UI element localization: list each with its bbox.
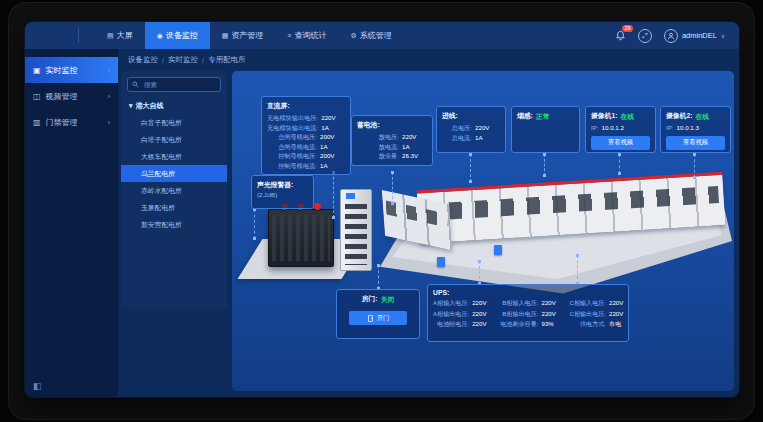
open-door-label: 开门 — [377, 314, 390, 323]
breadcrumb-item[interactable]: 设备监控 — [128, 55, 158, 65]
nav-item-device-monitor[interactable]: ◉ 设备监控 — [145, 22, 210, 49]
breadcrumb-item[interactable]: 专用配电所 — [208, 55, 246, 65]
top-navbar: ▤ 大屏 ◉ 设备监控 ▦ 资产管理 ≡ 查询统计 ⚙ 系统管理 — [25, 22, 739, 49]
notifications-button[interactable]: 29 — [615, 30, 626, 41]
nav-item-assets[interactable]: ▦ 资产管理 — [210, 22, 276, 49]
field-label: A相输入电压: — [433, 298, 469, 308]
sidebar-item-video-management[interactable]: ◫ 视频管理 › — [25, 83, 118, 109]
tree-item-selected[interactable]: 乌兰配电所 — [121, 165, 227, 182]
field-label: 充电模块输出电压: — [267, 113, 318, 123]
video-icon: ◫ — [33, 92, 41, 101]
nav-item-system[interactable]: ⚙ 系统管理 — [338, 22, 403, 49]
field-value: 220V — [402, 132, 427, 142]
field-label: A相输出电压: — [433, 309, 469, 319]
field-value: 220V — [472, 319, 494, 329]
field-value: 220V — [542, 309, 564, 319]
chevron-right-icon: › — [108, 93, 110, 100]
tree-item[interactable]: 玉泉配电所 — [121, 199, 227, 216]
panel-title: 摄像机1: — [591, 111, 617, 121]
camera1-ip: 10.0.1.2 — [602, 123, 624, 133]
room-floor-surface — [392, 183, 722, 283]
field-value: 1A — [475, 133, 500, 143]
nav-divider — [78, 28, 79, 43]
tree-item[interactable]: 白音子配电所 — [121, 114, 227, 131]
dc-screen-panel: 直流屏: 充电模块输出电压:220V 充电模块输出电流:1A 合闸母线电压:20… — [261, 96, 351, 175]
user-menu[interactable]: adminDEL ∨ — [664, 29, 725, 43]
field-value: 220V — [609, 298, 631, 308]
battery-panel: 蓄电池: 放电压:220V 放电流:1A 放余量:26.3V — [351, 115, 433, 166]
sidebar-item-access-control[interactable]: ▥ 门禁管理 › — [25, 109, 118, 135]
panel-title: 烟感: — [517, 111, 533, 121]
field-value: 200V — [320, 132, 345, 142]
field-label: 总电压: — [442, 123, 472, 133]
view-video-button[interactable]: 查看视频 — [591, 136, 650, 150]
door-status: 关闭 — [381, 295, 395, 305]
tree-item[interactable]: 大板车配电所 — [121, 148, 227, 165]
panel-title: 声光报警器: — [257, 180, 308, 190]
chevron-right-icon: › — [108, 67, 110, 74]
field-label: B相输入电压: — [500, 298, 538, 308]
door-access-icon: ▥ — [33, 118, 41, 127]
field-label: 控制母线电流: — [267, 161, 317, 171]
field-value: 220V — [321, 113, 345, 123]
connector-line — [577, 255, 578, 284]
connector-line — [254, 209, 255, 239]
sidebar-item-realtime-monitor[interactable]: ▣ 实时监控 › — [25, 57, 118, 83]
camera1-panel: 摄像机1: 在线 IP: 10.0.1.2 查看视频 — [585, 106, 656, 153]
topnav-right: 29 ⤢ adminDEL ∨ — [615, 22, 739, 49]
tree-item[interactable]: 白塔子配电所 — [121, 131, 227, 148]
stats-icon: ≡ — [287, 32, 291, 39]
field-label: 供电方式: — [570, 319, 607, 329]
transformer-platform — [238, 239, 367, 279]
breadcrumb-separator: / — [202, 56, 204, 65]
ups-grid: A相输入电压:220V B相输入电压:220V C相输入电压:220V A相输出… — [433, 298, 623, 329]
connector-line — [392, 172, 393, 204]
username: adminDEL — [682, 31, 717, 40]
field-label: 放电流: — [357, 142, 399, 152]
breadcrumb-item[interactable]: 实时监控 — [168, 55, 198, 65]
connector-line — [470, 154, 471, 182]
station-tree-panel: ▾ 港大自线 白音子配电所 白塔子配电所 大板车配电所 乌兰配电所 赤岭水配电所… — [121, 71, 227, 309]
field-value: 1A — [402, 142, 427, 152]
room-3d-panel: 直流屏: 充电模块输出电压:220V 充电模块输出电流:1A 合闸母线电压:20… — [232, 71, 734, 391]
tree-item[interactable]: 赤岭水配电所 — [121, 182, 227, 199]
sound-light-alarm-panel: 声光报警器: (2.2dB) — [251, 175, 314, 209]
nav-label: 设备监控 — [166, 30, 198, 41]
sidebar: ▣ 实时监控 › ◫ 视频管理 › ▥ 门禁管理 › ◧ — [25, 49, 118, 397]
connector-line — [333, 172, 334, 218]
panel-title: 直流屏: — [267, 101, 345, 111]
ip-label: IP: — [666, 123, 674, 133]
chevron-down-icon: ∨ — [721, 33, 725, 39]
ups-panel: UPS: A相输入电压:220V B相输入电压:220V C相输入电压:220V… — [427, 284, 629, 342]
nav-label: 查询统计 — [294, 30, 326, 41]
breadcrumb-separator: / — [162, 56, 164, 65]
alarm-value: (2.2dB) — [257, 191, 308, 198]
nav-items: ▤ 大屏 ◉ 设备监控 ▦ 资产管理 ≡ 查询统计 ⚙ 系统管理 — [95, 22, 404, 49]
nav-item-dashboard[interactable]: ▤ 大屏 — [95, 22, 145, 49]
field-label: 电池剩余容量: — [500, 319, 538, 329]
breadcrumb: 设备监控 / 实时监控 / 专用配电所 — [118, 49, 739, 71]
field-label: 合闸母线电流: — [267, 142, 317, 152]
tree-item[interactable]: 新安营配电所 — [121, 216, 227, 233]
nav-label: 系统管理 — [360, 30, 392, 41]
tree-group-line[interactable]: ▾ 港大自线 — [121, 99, 227, 114]
sidebar-collapse-icon[interactable]: ◧ — [33, 381, 42, 391]
camera2-ip: 10.0.1.3 — [677, 123, 699, 133]
view-video-button[interactable]: 查看视频 — [666, 136, 725, 150]
tree-group-label: 港大自线 — [136, 101, 164, 111]
open-door-button[interactable]: 开门 — [349, 311, 407, 325]
camera1-status: 在线 — [620, 112, 634, 122]
camera2-panel: 摄像机2: 在线 IP: 10.0.1.3 查看视频 — [660, 106, 731, 153]
connector-line — [479, 261, 480, 284]
connector-line — [694, 154, 695, 178]
search-input[interactable] — [142, 80, 216, 89]
fullscreen-button[interactable]: ⤢ — [638, 29, 652, 43]
sidebar-item-label: 实时监控 — [46, 65, 78, 76]
dashboard-icon: ▤ — [107, 32, 114, 40]
fullscreen-icon: ⤢ — [642, 32, 648, 40]
sidebar-item-label: 视频管理 — [46, 91, 78, 102]
camera2-status: 在线 — [695, 112, 709, 122]
search-icon — [132, 81, 139, 88]
nav-item-query-stats[interactable]: ≡ 查询统计 — [275, 22, 338, 49]
panel-title: 进线: — [442, 111, 500, 121]
